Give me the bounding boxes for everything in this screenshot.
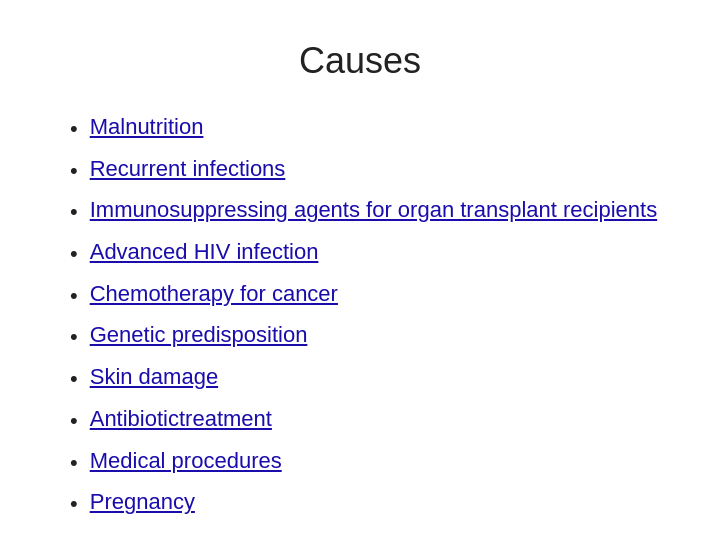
slide-title: Causes — [50, 40, 670, 82]
slide: Causes •Malnutrition•Recurrent infection… — [0, 0, 720, 540]
cause-link-chemotherapy[interactable]: Chemotherapy for cancer — [90, 279, 338, 309]
bullet-icon: • — [70, 364, 78, 394]
list-item-malnutrition: •Malnutrition — [70, 112, 670, 144]
content-area: •Malnutrition•Recurrent infections•Immun… — [50, 112, 670, 529]
bullet-icon: • — [70, 489, 78, 519]
bullet-icon: • — [70, 114, 78, 144]
list-item-chemotherapy: •Chemotherapy for cancer — [70, 279, 670, 311]
list-item-advanced-hiv: •Advanced HIV infection — [70, 237, 670, 269]
cause-link-antibiotic-treatment[interactable]: Antibiotictreatment — [90, 404, 272, 434]
list-item-genetic-predisposition: •Genetic predisposition — [70, 320, 670, 352]
bullet-icon: • — [70, 322, 78, 352]
bullet-icon: • — [70, 197, 78, 227]
list-item-pregnancy: •Pregnancy — [70, 487, 670, 519]
cause-link-recurrent-infections[interactable]: Recurrent infections — [90, 154, 286, 184]
cause-link-medical-procedures[interactable]: Medical procedures — [90, 446, 282, 476]
list-item-skin-damage: •Skin damage — [70, 362, 670, 394]
cause-link-genetic-predisposition[interactable]: Genetic predisposition — [90, 320, 308, 350]
cause-link-pregnancy[interactable]: Pregnancy — [90, 487, 195, 517]
list-item-antibiotic-treatment: •Antibiotictreatment — [70, 404, 670, 436]
cause-link-malnutrition[interactable]: Malnutrition — [90, 112, 204, 142]
bullet-icon: • — [70, 281, 78, 311]
cause-link-skin-damage[interactable]: Skin damage — [90, 362, 218, 392]
list-item-recurrent-infections: •Recurrent infections — [70, 154, 670, 186]
cause-link-advanced-hiv[interactable]: Advanced HIV infection — [90, 237, 319, 267]
bullet-icon: • — [70, 448, 78, 478]
bullet-icon: • — [70, 156, 78, 186]
cause-link-immunosuppressing-agents[interactable]: Immunosuppressing agents for organ trans… — [90, 195, 657, 225]
causes-list: •Malnutrition•Recurrent infections•Immun… — [50, 112, 670, 529]
list-item-immunosuppressing-agents: •Immunosuppressing agents for organ tran… — [70, 195, 670, 227]
bullet-icon: • — [70, 239, 78, 269]
bullet-icon: • — [70, 406, 78, 436]
list-item-medical-procedures: •Medical procedures — [70, 446, 670, 478]
